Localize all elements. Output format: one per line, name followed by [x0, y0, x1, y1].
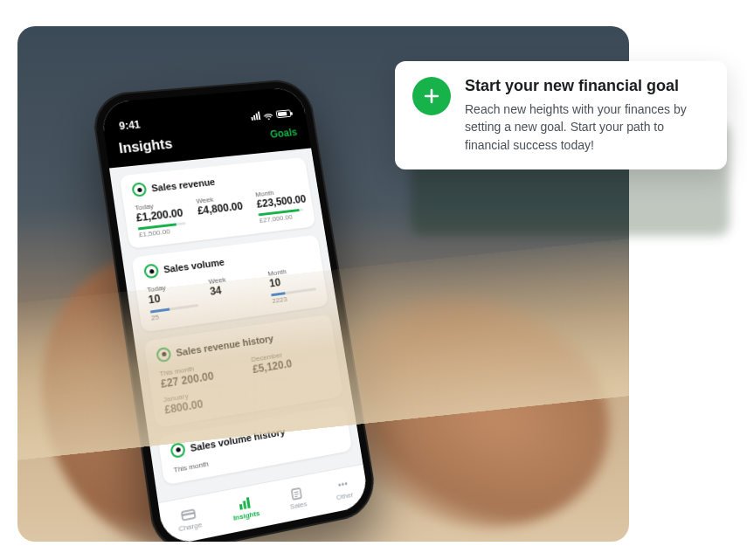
- stat-value: 34: [209, 280, 257, 298]
- goals-link[interactable]: Goals: [269, 127, 298, 141]
- battery-icon: [275, 109, 291, 118]
- stat-label: This month: [159, 357, 239, 377]
- cellular-icon: [251, 112, 261, 121]
- svg-point-8: [345, 482, 348, 485]
- stat-label: December: [251, 344, 327, 363]
- stat-value: £5,120.0: [252, 352, 329, 377]
- stat-target: 2223: [272, 291, 318, 305]
- other-icon: [335, 477, 350, 492]
- card-title: Sales revenue: [151, 176, 216, 193]
- tab-insights[interactable]: Insights: [231, 494, 260, 522]
- content-scroll[interactable]: Sales revenue Today £1,200.00 £1,500.00 …: [109, 149, 362, 497]
- svg-rect-1: [182, 512, 195, 516]
- insights-icon: [237, 496, 252, 511]
- tab-charge[interactable]: Charge: [176, 506, 203, 533]
- stat-label: Today: [147, 280, 196, 294]
- history-icon: [156, 346, 172, 363]
- svg-point-6: [338, 483, 341, 486]
- stat-label: Month: [267, 265, 314, 278]
- revenue-icon: [131, 182, 147, 197]
- tab-other[interactable]: Other: [334, 477, 354, 502]
- tab-label: Insights: [232, 509, 260, 522]
- goal-callout[interactable]: Start your new financial goal Reach new …: [395, 61, 727, 169]
- svg-rect-3: [243, 501, 246, 509]
- page-title: Insights: [118, 136, 174, 156]
- card-sales-volume[interactable]: Sales volume Today 10 25 Week 34: [131, 235, 329, 332]
- history-icon: [169, 441, 186, 458]
- stat-value: £27 200.00: [160, 365, 240, 391]
- callout-body: Reach new heights with your finances by …: [465, 100, 709, 154]
- card-revenue-history[interactable]: Sales revenue history This month £27 200…: [143, 314, 343, 427]
- tab-label: Sales: [289, 500, 308, 511]
- plus-icon[interactable]: [412, 77, 451, 115]
- callout-title: Start your new financial goal: [465, 77, 709, 95]
- svg-rect-4: [246, 497, 251, 508]
- card-sales-revenue[interactable]: Sales revenue Today £1,200.00 £1,500.00 …: [120, 157, 316, 249]
- charge-icon: [180, 507, 196, 522]
- wifi-icon: [263, 111, 274, 119]
- status-time: 9:41: [118, 119, 141, 133]
- stat-value: £800.00: [163, 391, 244, 417]
- svg-rect-2: [239, 504, 243, 510]
- card-title: Sales revenue history: [176, 333, 274, 358]
- tab-label: Other: [336, 491, 354, 502]
- card-title: Sales volume: [163, 257, 225, 275]
- svg-point-7: [342, 483, 344, 486]
- sales-icon: [289, 486, 305, 501]
- volume-icon: [143, 264, 160, 280]
- stat-value: 10: [148, 288, 197, 308]
- tab-sales[interactable]: Sales: [287, 486, 308, 511]
- stat-target: 25: [150, 308, 199, 322]
- stat-label: Week: [208, 273, 255, 287]
- stat-label: January: [163, 384, 242, 404]
